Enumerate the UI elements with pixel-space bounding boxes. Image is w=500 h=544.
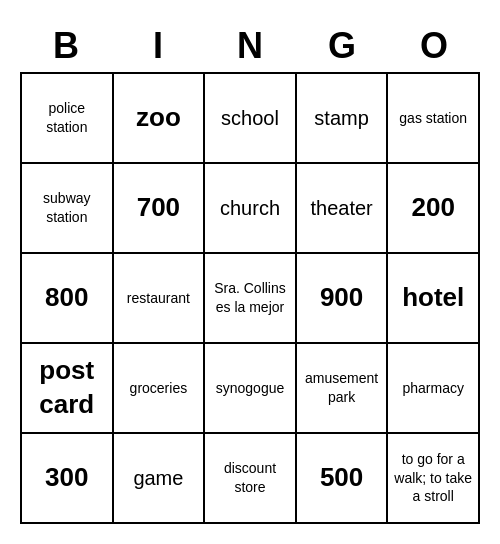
- bingo-cell: amusement park: [297, 344, 389, 434]
- bingo-letter: G: [296, 20, 388, 71]
- bingo-cell: restaurant: [114, 254, 206, 344]
- bingo-letter: N: [204, 20, 296, 71]
- bingo-cell: 900: [297, 254, 389, 344]
- bingo-cell: school: [205, 74, 297, 164]
- bingo-cell: to go for a walk; to take a stroll: [388, 434, 480, 524]
- bingo-grid: police stationzooschoolstampgas stations…: [20, 72, 480, 524]
- bingo-cell: theater: [297, 164, 389, 254]
- bingo-cell: church: [205, 164, 297, 254]
- bingo-card: BINGO police stationzooschoolstampgas st…: [20, 20, 480, 523]
- bingo-letter: O: [388, 20, 480, 71]
- bingo-cell: synogogue: [205, 344, 297, 434]
- bingo-cell: game: [114, 434, 206, 524]
- bingo-cell: hotel: [388, 254, 480, 344]
- bingo-cell: police station: [22, 74, 114, 164]
- bingo-cell: 300: [22, 434, 114, 524]
- bingo-cell: Sra. Collins es la mejor: [205, 254, 297, 344]
- bingo-letter: I: [112, 20, 204, 71]
- bingo-header: BINGO: [20, 20, 480, 71]
- bingo-cell: 200: [388, 164, 480, 254]
- bingo-cell: gas station: [388, 74, 480, 164]
- bingo-cell: post card: [22, 344, 114, 434]
- bingo-cell: 500: [297, 434, 389, 524]
- bingo-cell: 800: [22, 254, 114, 344]
- bingo-letter: B: [20, 20, 112, 71]
- bingo-cell: discount store: [205, 434, 297, 524]
- bingo-cell: subway station: [22, 164, 114, 254]
- bingo-cell: zoo: [114, 74, 206, 164]
- bingo-cell: groceries: [114, 344, 206, 434]
- bingo-cell: pharmacy: [388, 344, 480, 434]
- bingo-cell: 700: [114, 164, 206, 254]
- bingo-cell: stamp: [297, 74, 389, 164]
